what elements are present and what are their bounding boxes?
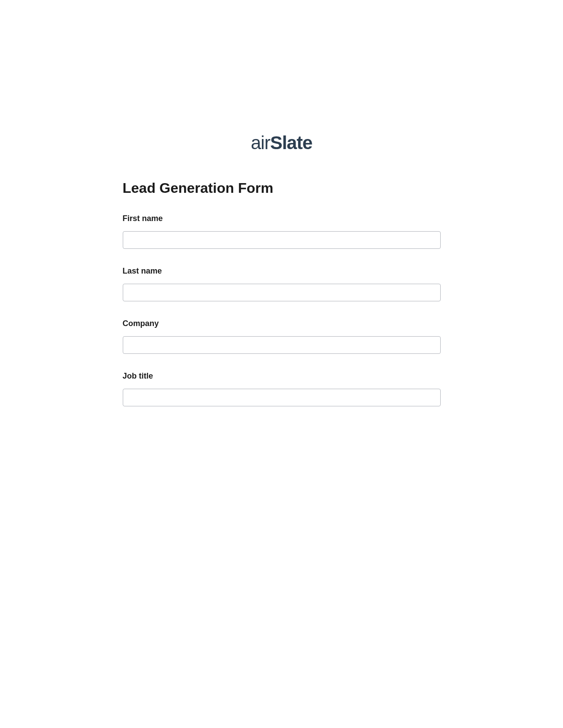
job-title-input[interactable] <box>123 389 441 406</box>
job-title-label: Job title <box>123 372 441 381</box>
form-container: airSlate Lead Generation Form First name… <box>123 0 441 406</box>
form-group-first-name: First name <box>123 214 441 249</box>
first-name-label: First name <box>123 214 441 223</box>
form-title: Lead Generation Form <box>123 180 441 196</box>
company-input[interactable] <box>123 336 441 354</box>
last-name-input[interactable] <box>123 284 441 301</box>
form-group-job-title: Job title <box>123 372 441 406</box>
logo-air-part: air <box>251 132 270 153</box>
logo-slate-part: Slate <box>270 132 312 153</box>
last-name-label: Last name <box>123 266 441 276</box>
form-group-last-name: Last name <box>123 266 441 301</box>
form-group-company: Company <box>123 319 441 354</box>
logo: airSlate <box>123 132 441 154</box>
logo-text: airSlate <box>251 132 312 153</box>
first-name-input[interactable] <box>123 231 441 249</box>
company-label: Company <box>123 319 441 328</box>
